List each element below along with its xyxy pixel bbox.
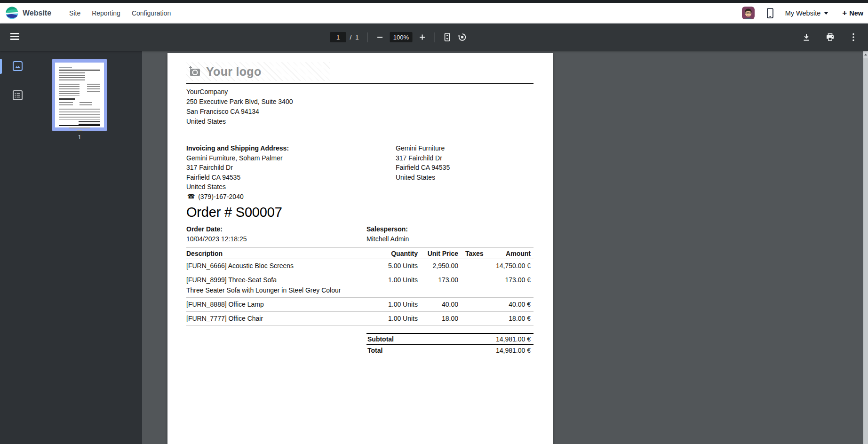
page-number-input[interactable]: 1 [330, 32, 346, 42]
fit-to-page-button[interactable] [441, 31, 453, 43]
subtotal-row: Subtotal 14,981.00 € [366, 333, 534, 344]
cell-unit-price: 18.00 [418, 315, 458, 322]
scroll-up-button[interactable] [863, 51, 868, 58]
delivery-name: Gemini Furniture [396, 143, 450, 153]
menu-item-site[interactable]: Site [69, 9, 80, 17]
thumb-mini-rule [59, 70, 100, 71]
order-date-label: Order Date: [186, 224, 366, 234]
more-options-button[interactable] [847, 31, 860, 43]
table-header-row: Description Quantity Unit Price Taxes Am… [186, 247, 534, 259]
order-info-section: Order Date: 10/04/2023 12:18:25 Salesper… [186, 224, 534, 244]
product-description: [FURN_8888] Office Lamp [186, 301, 384, 308]
cell-amount: 18.00 € [485, 315, 534, 322]
table-row: [FURN_8888] Office Lamp 1.00 Units 40.00… [186, 298, 534, 312]
cell-amount: 173.00 € [485, 276, 534, 294]
company-logo-placeholder: Your logo [186, 62, 330, 81]
header-amount: Amount [485, 250, 534, 257]
download-button[interactable] [800, 31, 812, 43]
cell-description: [FURN_6666] Acoustic Bloc Screens [186, 262, 384, 270]
chevron-down-icon [824, 12, 828, 15]
cell-taxes [458, 301, 485, 308]
total-label: Total [367, 347, 382, 354]
thumb-mini-title [59, 98, 75, 100]
cell-taxes [458, 262, 485, 270]
cell-quantity: 1.00 Units [384, 301, 418, 308]
header-taxes: Taxes [458, 250, 485, 257]
plus-icon [418, 33, 426, 41]
order-date-block: Order Date: 10/04/2023 12:18:25 [186, 224, 366, 244]
cell-description: [FURN_8888] Office Lamp [186, 301, 384, 308]
total-row: Total 14,981.00 € [366, 344, 534, 356]
company-country: United States [186, 117, 534, 127]
plus-icon: + [842, 9, 847, 17]
cell-unit-price: 2,950.00 [418, 262, 458, 270]
pdf-toolbar-right [789, 24, 860, 51]
header-description: Description [186, 250, 384, 257]
zoom-out-button[interactable] [374, 31, 386, 43]
company-street: 250 Executive Park Blvd, Suite 3400 [186, 97, 534, 107]
invoicing-city: Fairfield CA 94535 [186, 173, 396, 182]
thumbnail-page-label: 1 [52, 134, 107, 141]
cell-quantity: 1.00 Units [384, 315, 418, 322]
new-content-button[interactable]: + New [842, 9, 863, 17]
new-button-label: New [849, 9, 863, 17]
rotate-button[interactable] [456, 31, 468, 43]
zoom-level-display: 100% [390, 32, 412, 42]
navbar-left: Website SiteReportingConfiguration [6, 7, 176, 19]
menu-item-configuration[interactable]: Configuration [132, 9, 171, 17]
outline-view-button[interactable] [12, 89, 23, 101]
cell-unit-price: 173.00 [418, 276, 458, 294]
pdf-viewer-toolbar: 1 / 1 100% [0, 24, 868, 51]
website-app-home[interactable]: Website [6, 7, 64, 19]
navbar-menus: SiteReportingConfiguration [64, 9, 176, 17]
totals-section: Subtotal 14,981.00 € Total 14,981.00 € [366, 333, 534, 356]
mobile-preview-button[interactable] [767, 8, 773, 18]
thumb-mini-logo [59, 67, 72, 68]
vertical-scrollbar[interactable] [863, 51, 868, 444]
sidebar-selection-indicator [0, 59, 2, 74]
thumb-mini-footer-rule [59, 125, 100, 126]
download-icon [802, 33, 811, 41]
more-vert-icon [852, 33, 855, 41]
image-icon [12, 61, 23, 71]
thumbnail-view-button[interactable] [12, 60, 23, 71]
salesperson-block: Salesperson: Mitchell Admin [366, 224, 409, 244]
product-description: [FURN_6666] Acoustic Bloc Screens [186, 262, 384, 270]
scroll-up-arrow-icon [864, 54, 867, 56]
cell-unit-price: 40.00 [418, 301, 458, 308]
cell-description: [FURN_7777] Office Chair [186, 315, 384, 322]
order-title: Order # S00007 [186, 205, 534, 220]
pdf-menu-button[interactable] [9, 32, 21, 43]
invoicing-street: 317 Fairchild Dr [186, 163, 396, 173]
website-app-logo-icon [6, 7, 18, 19]
page-thumbnail-preview [55, 63, 104, 127]
invoicing-shipping-address: Invoicing and Shipping Address: Gemini F… [186, 143, 396, 201]
print-button[interactable] [824, 31, 836, 43]
phone-line: ☎ (379)-167-2040 [186, 192, 396, 202]
thumb-mini-info [59, 102, 100, 106]
logo-placeholder-text: Your logo [206, 65, 262, 79]
header-rule [186, 83, 534, 84]
menu-item-reporting[interactable]: Reporting [92, 9, 120, 17]
header-quantity: Quantity [384, 250, 418, 257]
document-page: Your logo YourCompany 250 Executive Park… [167, 53, 553, 444]
odoo-navbar: Website SiteReportingConfiguration M [0, 3, 868, 24]
subtotal-label: Subtotal [367, 335, 394, 343]
order-lines-table: Description Quantity Unit Price Taxes Am… [186, 247, 534, 356]
table-row: [FURN_8999] Three-Seat Sofa Three Seater… [186, 273, 534, 298]
user-avatar[interactable] [742, 7, 755, 19]
rotate-ccw-icon [457, 32, 467, 42]
zoom-in-button[interactable] [416, 31, 428, 43]
table-row: [FURN_6666] Acoustic Bloc Screens 5.00 U… [186, 259, 534, 273]
page-thumbnail[interactable] [52, 59, 107, 131]
table-row: [FURN_7777] Office Chair 1.00 Units 18.0… [186, 312, 534, 326]
page-count: 1 [355, 34, 358, 41]
delivery-street: 317 Fairchild Dr [396, 153, 450, 163]
product-note: Three Seater Sofa with Lounger in Steel … [186, 286, 384, 294]
app-name: Website [23, 9, 51, 17]
page-separator: / [350, 34, 352, 41]
website-switcher[interactable]: My Website [785, 9, 828, 17]
minus-icon [376, 33, 383, 41]
addresses-section: Invoicing and Shipping Address: Gemini F… [186, 143, 534, 201]
screen: { "topbar": { "app_name": "Website", "me… [0, 0, 868, 444]
